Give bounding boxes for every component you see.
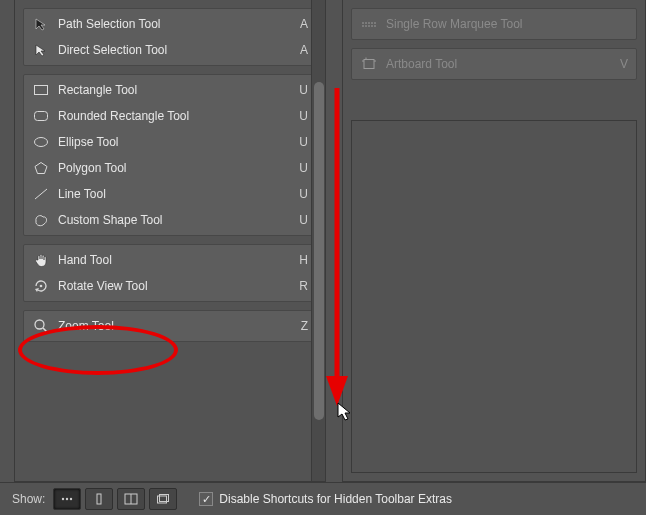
tool-label: Ellipse Tool (52, 135, 292, 149)
disable-shortcuts-label: Disable Shortcuts for Hidden Toolbar Ext… (219, 492, 452, 506)
show-toggle-dots[interactable] (53, 488, 81, 510)
svg-rect-13 (364, 60, 374, 69)
tool-rotate-view[interactable]: Rotate View ToolR (24, 273, 316, 299)
show-toggle-grid[interactable] (117, 488, 145, 510)
roundrect-icon (30, 109, 52, 123)
show-toggle-column[interactable] (85, 488, 113, 510)
tool-label: Polygon Tool (52, 161, 292, 175)
tool-label: Line Tool (52, 187, 292, 201)
tool-label: Path Selection Tool (52, 17, 292, 31)
toolbar-tools-panel: Path Selection ToolADirect Selection Too… (14, 0, 326, 482)
tool-shortcut: U (292, 187, 308, 201)
tool-shortcut: R (292, 279, 308, 293)
tool-direct-selection[interactable]: Direct Selection ToolA (24, 37, 316, 63)
tool-path-selection[interactable]: Path Selection ToolA (24, 11, 316, 37)
svg-marker-5 (35, 163, 47, 174)
tool-label: Artboard Tool (380, 57, 612, 71)
tool-shortcut: U (292, 213, 308, 227)
tool-label: Direct Selection Tool (52, 43, 292, 57)
svg-point-17 (62, 498, 64, 500)
footer-bar: Show: ✓ Disable Shortcuts for Hidden Too… (0, 482, 646, 515)
empty-drop-area[interactable] (351, 120, 637, 473)
tool-rounded-rectangle[interactable]: Rounded Rectangle ToolU (24, 103, 316, 129)
rotate-icon (30, 278, 52, 294)
arrow-white-icon (30, 43, 52, 57)
svg-point-4 (35, 138, 48, 147)
tool-polygon[interactable]: Polygon ToolU (24, 155, 316, 181)
tool-shortcut: U (292, 83, 308, 97)
svg-point-18 (66, 498, 68, 500)
tool-shortcut: U (292, 109, 308, 123)
arrow-black-icon (30, 17, 52, 31)
tool-hand[interactable]: Hand ToolH (24, 247, 316, 273)
left-tool-group: Hand ToolHRotate View ToolR (23, 244, 317, 302)
row-marquee-icon (358, 17, 380, 31)
tool-shortcut: V (612, 57, 628, 71)
rect-icon (30, 83, 52, 97)
right-tool-group: Artboard ToolV (351, 48, 637, 80)
tool-label: Rounded Rectangle Tool (52, 109, 292, 123)
zoom-icon (30, 318, 52, 334)
tool-shortcut: Z (292, 319, 308, 333)
show-label: Show: (12, 492, 45, 506)
hand-icon (30, 252, 52, 268)
tool-shortcut: U (292, 161, 308, 175)
left-tool-group: Path Selection ToolADirect Selection Too… (23, 8, 317, 66)
left-tool-group: Zoom ToolZ (23, 310, 317, 342)
show-toggle-stack[interactable] (149, 488, 177, 510)
tool-single-row-marquee[interactable]: Single Row Marquee Tool (352, 11, 636, 37)
svg-line-6 (35, 189, 47, 199)
line-icon (30, 187, 52, 201)
tool-custom-shape[interactable]: Custom Shape ToolU (24, 207, 316, 233)
svg-point-19 (70, 498, 72, 500)
ellipse-icon (30, 135, 52, 149)
svg-line-10 (43, 328, 47, 332)
right-tool-group: Single Row Marquee Tool (351, 8, 637, 40)
disable-shortcuts-checkbox[interactable]: ✓ (199, 492, 213, 506)
polygon-icon (30, 161, 52, 175)
svg-marker-0 (36, 19, 45, 30)
tool-shortcut: A (292, 17, 308, 31)
svg-rect-20 (97, 494, 101, 504)
blob-icon (30, 213, 52, 227)
left-tool-group: Rectangle ToolURounded Rectangle ToolUEl… (23, 74, 317, 236)
tool-rectangle[interactable]: Rectangle ToolU (24, 77, 316, 103)
artboard-icon (358, 57, 380, 71)
tool-shortcut: A (292, 43, 308, 57)
svg-rect-2 (35, 86, 48, 95)
svg-point-8 (40, 285, 43, 288)
tool-label: Zoom Tool (52, 319, 292, 333)
svg-rect-3 (35, 112, 48, 121)
tool-label: Custom Shape Tool (52, 213, 292, 227)
tool-label: Hand Tool (52, 253, 292, 267)
extra-tools-panel: Single Row Marquee ToolArtboard ToolV (342, 0, 646, 482)
left-scrollbar[interactable] (311, 0, 325, 481)
tool-label: Rectangle Tool (52, 83, 292, 97)
tool-label: Rotate View Tool (52, 279, 292, 293)
tool-ellipse[interactable]: Ellipse ToolU (24, 129, 316, 155)
tool-shortcut: U (292, 135, 308, 149)
tool-label: Single Row Marquee Tool (380, 17, 612, 31)
tool-zoom[interactable]: Zoom ToolZ (24, 313, 316, 339)
tool-shortcut: H (292, 253, 308, 267)
svg-marker-1 (36, 45, 45, 56)
tool-line[interactable]: Line ToolU (24, 181, 316, 207)
scrollbar-thumb[interactable] (314, 82, 324, 420)
tool-artboard[interactable]: Artboard ToolV (352, 51, 636, 77)
svg-point-9 (35, 320, 44, 329)
